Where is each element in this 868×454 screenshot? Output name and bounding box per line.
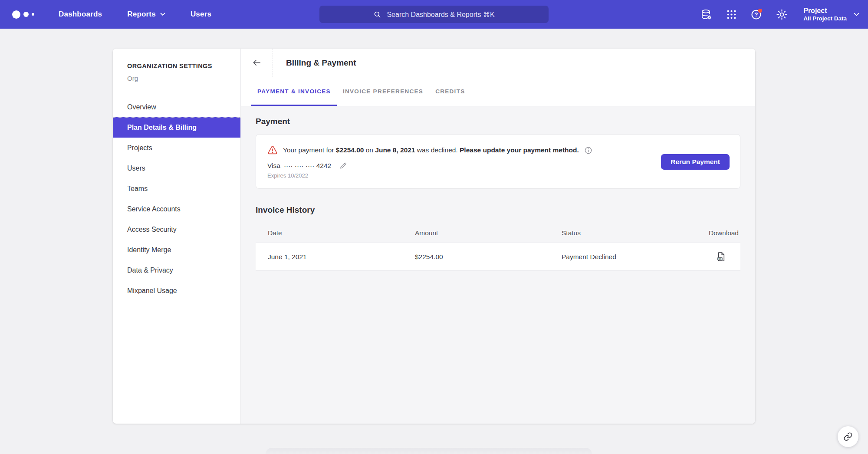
nav-item-label: Users — [191, 10, 211, 19]
card-expiry: Expires 10/2022 — [267, 172, 661, 179]
sidebar-item-identity-merge[interactable]: Identity Merge — [113, 240, 240, 260]
sidebar-heading: ORGANIZATION SETTINGS — [113, 63, 240, 69]
nav-item-reports[interactable]: Reports — [127, 10, 165, 19]
payment-declined-alert: Your payment for $2254.00 on June 8, 202… — [267, 145, 661, 155]
search-input[interactable]: Search Dashboards & Reports ⌘K — [319, 6, 549, 23]
invoice-history-title: Invoice History — [256, 205, 740, 215]
apps-grid-icon[interactable] — [725, 8, 737, 20]
pdf-file-icon: PDF — [716, 251, 727, 262]
back-button[interactable] — [241, 49, 273, 77]
top-navbar: Dashboards Reports Users Search Dashboar… — [0, 0, 868, 29]
project-switcher-subtitle: All Project Data — [803, 15, 847, 23]
nav-item-label: Dashboards — [59, 10, 102, 19]
tab-payment-invoices[interactable]: PAYMENT & INVOICES — [251, 78, 337, 106]
chevron-down-icon — [160, 13, 165, 16]
bottom-sheet-edge — [266, 448, 592, 454]
sidebar-item-data-privacy[interactable]: Data & Privacy — [113, 260, 240, 280]
invoice-status: Payment Declined — [549, 253, 697, 261]
card-masked-number: ···· ···· ···· 4242 — [284, 162, 331, 170]
billing-tabs: PAYMENT & INVOICES INVOICE PREFERENCES C… — [241, 77, 755, 106]
sidebar-item-access-security[interactable]: Access Security — [113, 219, 240, 240]
help-icon[interactable]: ? — [750, 8, 763, 20]
invoice-date: June 1, 2021 — [256, 253, 403, 261]
pencil-icon — [339, 161, 347, 170]
mixpanel-logo-icon[interactable] — [12, 10, 34, 19]
settings-main: Billing & Payment PAYMENT & INVOICES INV… — [241, 49, 755, 424]
info-icon[interactable] — [584, 146, 592, 155]
project-switcher-title: Project — [803, 7, 847, 15]
col-header-status: Status — [549, 229, 697, 237]
navbar-right: ? Project All Project Data — [700, 0, 859, 29]
search-placeholder: Search Dashboards & Reports ⌘K — [387, 10, 494, 19]
svg-text:PDF: PDF — [718, 258, 722, 260]
sidebar-item-mixpanel-usage[interactable]: Mixpanel Usage — [113, 280, 240, 301]
chevron-down-icon — [854, 13, 859, 16]
payment-card: Your payment for $2254.00 on June 8, 202… — [256, 134, 740, 189]
search-icon — [373, 10, 381, 19]
page-header: Billing & Payment — [241, 49, 755, 77]
col-header-download: Download — [697, 229, 740, 237]
sidebar-item-users[interactable]: Users — [113, 158, 240, 178]
col-header-date: Date — [256, 229, 403, 237]
sidebar-item-teams[interactable]: Teams — [113, 178, 240, 199]
link-icon — [843, 432, 853, 441]
invoice-amount: $2254.00 — [403, 253, 549, 261]
data-management-icon[interactable] — [700, 8, 712, 20]
payment-section-title: Payment — [256, 117, 740, 126]
primary-nav: Dashboards Reports Users — [59, 10, 211, 19]
invoice-table: Date Amount Status Download June 1, 2021… — [256, 224, 740, 271]
org-name: Org — [113, 75, 240, 82]
settings-gear-icon[interactable] — [776, 8, 788, 20]
rerun-payment-button[interactable]: Rerun Payment — [661, 154, 730, 170]
page-title: Billing & Payment — [286, 58, 356, 68]
settings-sidebar: ORGANIZATION SETTINGS Org Overview Plan … — [113, 49, 241, 424]
warning-triangle-icon — [267, 145, 278, 155]
svg-text:?: ? — [755, 11, 758, 18]
project-switcher[interactable]: Project All Project Data — [803, 7, 859, 23]
alert-text: Your payment for $2254.00 on June 8, 202… — [283, 146, 579, 154]
card-brand: Visa — [267, 162, 280, 170]
col-header-amount: Amount — [403, 229, 549, 237]
table-row: June 1, 2021 $2254.00 Payment Declined P… — [256, 243, 740, 271]
nav-item-dashboards[interactable]: Dashboards — [59, 10, 102, 19]
tab-invoice-preferences[interactable]: INVOICE PREFERENCES — [337, 78, 429, 106]
sidebar-item-overview[interactable]: Overview — [113, 97, 240, 117]
tab-credits[interactable]: CREDITS — [429, 78, 471, 106]
nav-item-label: Reports — [127, 10, 156, 19]
edit-payment-method-button[interactable] — [339, 161, 347, 170]
back-arrow-icon — [252, 58, 262, 68]
payment-method: Visa ···· ···· ···· 4242 — [267, 161, 661, 170]
sidebar-item-service-accounts[interactable]: Service Accounts — [113, 199, 240, 219]
invoice-table-header: Date Amount Status Download — [256, 224, 740, 243]
sidebar-item-projects[interactable]: Projects — [113, 138, 240, 158]
org-settings-card: ORGANIZATION SETTINGS Org Overview Plan … — [113, 49, 755, 424]
download-pdf-button[interactable]: PDF — [716, 251, 727, 262]
nav-item-users[interactable]: Users — [191, 10, 211, 19]
sidebar-list: Overview Plan Details & Billing Projects… — [113, 97, 240, 301]
payment-invoices-pane: Payment Your payment for $2254.00 on Jun… — [241, 106, 755, 424]
copy-link-button[interactable] — [838, 426, 858, 447]
notification-badge — [758, 9, 762, 13]
sidebar-item-plan-details-billing[interactable]: Plan Details & Billing — [113, 117, 240, 138]
